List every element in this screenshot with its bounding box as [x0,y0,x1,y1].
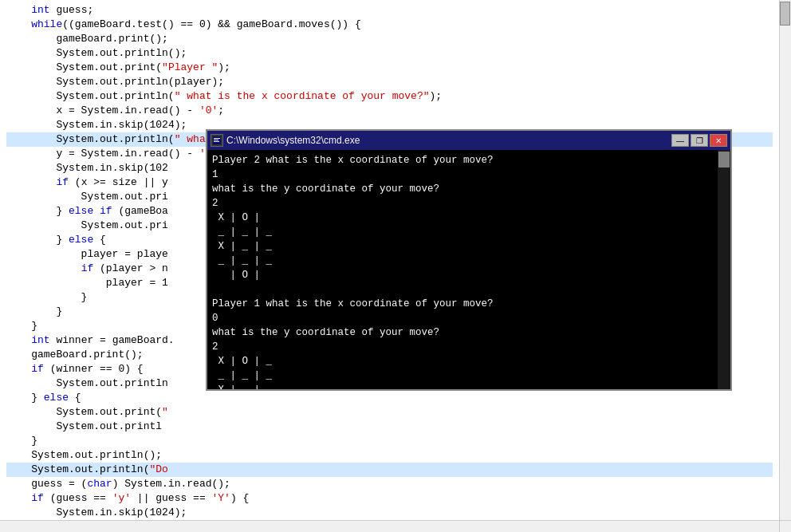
scrollbar-corner [779,520,791,532]
cmd-output-line [212,282,713,297]
cmd-output-line: X | O | [212,211,713,225]
scrollbar-thumb[interactable] [780,2,790,26]
cmd-output-line: what is the y coordinate of your move? [212,325,713,340]
vertical-scrollbar[interactable] [779,0,791,520]
restore-button[interactable]: ❐ [691,134,708,147]
cmd-text-area: Player 2 what is the x coordinate of you… [212,153,726,389]
code-line: int guess; [6,3,773,18]
cmd-title-buttons: — ❐ ✕ [671,134,727,147]
code-line: System.in.skip(1024); [6,506,773,520]
cmd-output-line: Player 1 what is the x coordinate of you… [212,297,713,311]
cmd-output-line: X | O | _ [212,354,713,368]
cmd-titlebar: C:\Windows\system32\cmd.exe — ❐ ✕ [207,131,730,150]
cmd-output-line: X | _ | _ [212,383,713,389]
svg-rect-1 [214,138,220,139]
code-line: System.out.printl [6,420,773,434]
code-line: System.out.println(player); [6,75,773,89]
cmd-content: Player 2 what is the x coordinate of you… [207,150,730,389]
code-line: gameBoard.print(); [6,32,773,46]
code-line: System.out.print(" [6,405,773,420]
cmd-output-line: _ | _ | _ [212,225,713,239]
code-line: } else { [6,391,773,405]
cmd-output-line: Player 2 what is the x coordinate of you… [212,153,713,167]
cmd-output-line: | O | [212,268,713,282]
code-line: System.out.println(" what is the x coord… [6,89,773,104]
svg-rect-3 [214,141,219,142]
cmd-output-line: 2 [212,340,713,354]
code-line: guess = (char) System.in.read(); [6,477,773,491]
cmd-scrollbar-thumb[interactable] [718,152,730,167]
code-line: System.out.println("Do [6,463,773,477]
cmd-output-line: X | _ | _ [212,239,713,254]
code-line: x = System.in.read() - '0'; [6,104,773,118]
code-line: System.out.println(); [6,46,773,61]
cmd-output-line: 2 [212,196,713,211]
minimize-button[interactable]: — [671,134,689,147]
horizontal-scrollbar[interactable] [0,520,779,532]
code-line: if (guess == 'y' || guess == 'Y') { [6,491,773,506]
cmd-icon [211,134,223,147]
code-line: System.out.print("Player "); [6,61,773,75]
cmd-title-text: C:\Windows\system32\cmd.exe [226,135,671,146]
cmd-output-line: 0 [212,311,713,325]
cmd-output-line: what is the y coordinate of your move? [212,182,713,196]
cmd-scrollbar[interactable] [718,150,730,389]
cmd-output-line: 1 [212,167,713,182]
code-line: } [6,434,773,448]
code-line: System.out.println(); [6,448,773,463]
cmd-window: C:\Windows\system32\cmd.exe — ❐ ✕ Player… [206,129,732,391]
close-button[interactable]: ✕ [710,134,727,147]
cmd-output-line: _ | _ | _ [212,254,713,268]
cmd-output-line: _ | _ | _ [212,368,713,383]
code-line: while((gameBoard.test() == 0) && gameBoa… [6,18,773,32]
svg-rect-2 [214,140,218,140]
